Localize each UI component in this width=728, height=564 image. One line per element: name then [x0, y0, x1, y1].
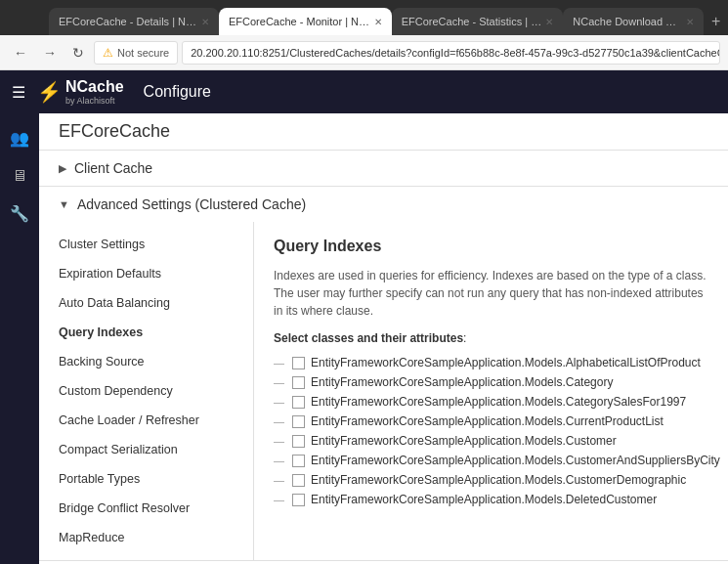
class-list: EntityFrameworkCoreSampleApplication.Mod…: [274, 353, 708, 509]
list-item[interactable]: EntityFrameworkCoreSampleApplication.Mod…: [274, 490, 708, 509]
right-panel: Query Indexes Indexes are used in querie…: [254, 222, 728, 560]
nav-item-cluster-settings[interactable]: Cluster Settings: [39, 230, 253, 259]
wrench-icon: 🔧: [10, 204, 29, 223]
nav-item-bridge-conflict-resolver[interactable]: Bridge Conflict Resolver: [39, 494, 253, 523]
checkbox[interactable]: [292, 494, 305, 506]
logo-icon: ⚡: [37, 80, 62, 104]
checkbox[interactable]: [292, 455, 305, 467]
app-container: ☰ ⚡ NCache by Alachisoft Configure 👥 🖥 🔧: [0, 70, 728, 564]
advanced-arrow: ▼: [59, 198, 69, 210]
list-item[interactable]: EntityFrameworkCoreSampleApplication.Mod…: [274, 451, 708, 470]
tab-1-close[interactable]: ✕: [201, 17, 209, 27]
checkbox[interactable]: [292, 435, 305, 448]
logo-text: NCache: [65, 78, 124, 95]
nav-item-compact-serialization[interactable]: Compact Serialization: [39, 435, 253, 464]
forward-button[interactable]: →: [37, 43, 63, 63]
app-title: Configure: [144, 83, 211, 101]
nav-item-portable-types[interactable]: Portable Types: [39, 464, 253, 494]
client-cache-title: Client Cache: [74, 160, 152, 176]
new-tab-button[interactable]: +: [704, 8, 728, 35]
nav-item-expiration-defaults[interactable]: Expiration Defaults: [39, 259, 253, 288]
nav-item-mapreduce[interactable]: MapReduce: [39, 523, 253, 552]
tab-2-label: EFCoreCache - Monitor | NCache: [229, 16, 370, 27]
logo: ⚡ NCache by Alachisoft: [37, 78, 124, 106]
list-item[interactable]: EntityFrameworkCoreSampleApplication.Mod…: [274, 372, 708, 392]
client-cache-section: ▶ Client Cache: [39, 151, 728, 187]
tab-3-close[interactable]: ✕: [545, 17, 553, 27]
panel-description: Indexes are used in queries for efficien…: [274, 267, 708, 320]
nav-item-query-indexes[interactable]: Query Indexes: [39, 318, 253, 347]
checkbox[interactable]: [292, 376, 305, 389]
icon-sidebar: 👥 🖥 🔧: [0, 113, 39, 564]
checkbox[interactable]: [292, 396, 305, 409]
advanced-section: ▼ Advanced Settings (Clustered Cache) Cl…: [39, 187, 728, 561]
list-item[interactable]: EntityFrameworkCoreSampleApplication.Mod…: [274, 353, 708, 372]
monitor-icon: 🖥: [12, 167, 27, 185]
logo-sub: by Alachisoft: [65, 96, 124, 106]
list-item[interactable]: EntityFrameworkCoreSampleApplication.Mod…: [274, 392, 708, 412]
inner-layout: Cluster Settings Expiration Defaults Aut…: [39, 222, 728, 560]
list-item[interactable]: EntityFrameworkCoreSampleApplication.Mod…: [274, 431, 708, 451]
client-cache-header[interactable]: ▶ Client Cache: [39, 151, 728, 186]
browser-tab-1[interactable]: EFCoreCache - Details | NCache ✕: [49, 8, 219, 35]
tab-4-close[interactable]: ✕: [686, 17, 694, 27]
tab-2-close[interactable]: ✕: [374, 17, 382, 27]
tab-3-label: EFCoreCache - Statistics | NCa...: [402, 16, 542, 27]
advanced-section-header[interactable]: ▼ Advanced Settings (Clustered Cache): [39, 187, 728, 222]
page-content: EFCoreCache ▶ Client Cache ▼ Advanced Se…: [39, 113, 728, 564]
nav-item-cache-loader-refresher[interactable]: Cache Loader / Refresher: [39, 406, 253, 435]
sidebar-icon-monitor[interactable]: 🖥: [0, 159, 39, 193]
hamburger-icon[interactable]: ☰: [12, 83, 25, 102]
address-bar[interactable]: 20.200.20.110:8251/ClusteredCaches/detai…: [182, 41, 720, 65]
tab-bar: EFCoreCache - Details | NCache ✕ EFCoreC…: [0, 0, 728, 35]
tab-4-label: NCache Download Center: [573, 16, 682, 27]
nav-bar: ← → ↻ ⚠ Not secure 20.200.20.110:8251/Cl…: [0, 35, 728, 70]
nav-item-backing-source[interactable]: Backing Source: [39, 347, 253, 376]
refresh-button[interactable]: ↻: [66, 43, 90, 63]
security-badge: ⚠ Not secure: [94, 41, 178, 65]
security-warning-icon: ⚠: [103, 46, 113, 60]
nav-item-auto-data-balancing[interactable]: Auto Data Balancing: [39, 288, 253, 318]
app-bar: ☰ ⚡ NCache by Alachisoft Configure: [0, 70, 728, 113]
address-text: 20.200.20.110:8251/ClusteredCaches/detai…: [191, 47, 720, 59]
checkbox[interactable]: [292, 474, 305, 487]
checkbox[interactable]: [292, 357, 305, 369]
people-icon: 👥: [10, 129, 29, 148]
list-item[interactable]: EntityFrameworkCoreSampleApplication.Mod…: [274, 412, 708, 431]
nav-item-custom-dependency[interactable]: Custom Dependency: [39, 376, 253, 406]
cache-name: EFCoreCache: [59, 121, 170, 141]
security-text: Not secure: [117, 47, 169, 59]
cache-header: EFCoreCache: [39, 113, 728, 151]
sidebar-icon-people[interactable]: 👥: [0, 121, 39, 155]
sidebar-icon-wrench[interactable]: 🔧: [0, 196, 39, 231]
browser-tab-3[interactable]: EFCoreCache - Statistics | NCa... ✕: [392, 8, 564, 35]
tab-1-label: EFCoreCache - Details | NCache: [59, 16, 197, 27]
browser-tab-2[interactable]: EFCoreCache - Monitor | NCache ✕: [219, 8, 392, 35]
client-cache-arrow: ▶: [59, 162, 66, 175]
back-button[interactable]: ←: [8, 43, 33, 63]
left-nav: Cluster Settings Expiration Defaults Aut…: [39, 222, 254, 560]
browser-tab-4[interactable]: NCache Download Center ✕: [563, 8, 704, 35]
browser-chrome: EFCoreCache - Details | NCache ✕ EFCoreC…: [0, 0, 728, 70]
panel-title: Query Indexes: [274, 238, 708, 255]
list-item[interactable]: EntityFrameworkCoreSampleApplication.Mod…: [274, 470, 708, 490]
main-content: 👥 🖥 🔧 EFCoreCache ▶ Client Cache: [0, 113, 728, 564]
checkbox[interactable]: [292, 415, 305, 428]
advanced-title: Advanced Settings (Clustered Cache): [77, 196, 306, 212]
panel-select-label: Select classes and their attributes:: [274, 331, 708, 345]
